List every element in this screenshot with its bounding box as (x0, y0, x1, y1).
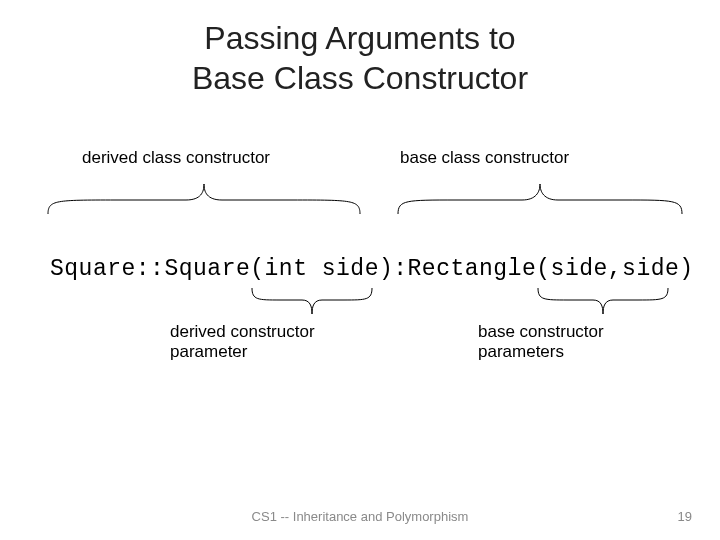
brace-base-class-constructor (396, 182, 684, 216)
label-derived-class-constructor: derived class constructor (82, 148, 270, 168)
slide-title: Passing Arguments to Base Class Construc… (0, 18, 720, 98)
footer-text: CS1 -- Inheritance and Polymorphism (0, 509, 720, 524)
page-number: 19 (678, 509, 692, 524)
brace-derived-class-constructor (46, 182, 362, 216)
diagram-area: derived class constructor base class con… (0, 148, 720, 408)
title-line-1: Passing Arguments to (204, 20, 515, 56)
label-derived-constructor-parameter: derived constructor parameter (170, 322, 315, 363)
label-base-class-constructor: base class constructor (400, 148, 569, 168)
brace-derived-constructor-parameter (250, 286, 374, 316)
title-line-2: Base Class Constructor (192, 60, 528, 96)
label-base-constructor-parameters: base constructor parameters (478, 322, 604, 363)
code-line: Square::Square(int side):Rectangle(side,… (50, 256, 694, 282)
brace-base-constructor-parameters (536, 286, 670, 316)
